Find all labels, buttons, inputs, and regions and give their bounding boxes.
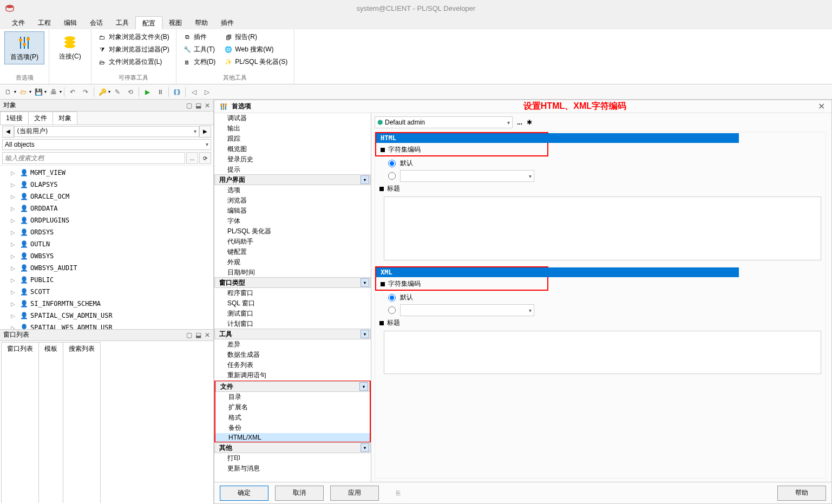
tree-item[interactable]: ▷👤OUTLN xyxy=(1,238,212,250)
chevron-down-icon[interactable]: ▾ xyxy=(14,89,16,94)
panel-pin-icon[interactable]: ⬓ xyxy=(195,331,201,339)
pref-tree-item[interactable]: HTML/XML xyxy=(215,433,370,442)
tb-new[interactable]: 🗋 xyxy=(2,86,14,98)
ribbon-browser-filters[interactable]: ⧩对象浏览器过滤器(P) xyxy=(96,44,172,55)
tree-item[interactable]: ▷👤OWBSYS_AUDIT xyxy=(1,262,212,274)
pref-tree-item[interactable]: 外观 xyxy=(214,257,371,267)
pref-tree-item[interactable]: 更新与消息 xyxy=(214,463,371,474)
pref-tree-item[interactable]: 编辑器 xyxy=(214,206,371,216)
star-button[interactable]: ✱ xyxy=(527,119,532,126)
close-icon[interactable]: ✕ xyxy=(816,101,827,112)
tb-undo[interactable]: ↶ xyxy=(67,86,78,98)
pref-tree-group[interactable]: 其他▾ xyxy=(214,442,371,453)
expand-icon[interactable]: ▷ xyxy=(11,277,17,283)
menu-help[interactable]: 帮助 xyxy=(188,16,214,29)
tree-item[interactable]: ▷👤ORACLE_OCM xyxy=(1,191,212,202)
ribbon-plugins[interactable]: ⧉插件 xyxy=(181,31,218,43)
tb-commit[interactable]: ✎ xyxy=(112,86,123,98)
pref-tree-item[interactable]: 浏览器 xyxy=(214,195,371,206)
xml-title-textarea[interactable] xyxy=(384,331,821,374)
ribbon-tools[interactable]: 🔧工具(T) xyxy=(181,44,218,55)
object-tree[interactable]: ▷👤MGMT_VIEW▷👤OLAPSYS▷👤ORACLE_OCM▷👤ORDDAT… xyxy=(0,166,213,329)
tree-item[interactable]: ▷👤ORDDATA xyxy=(1,202,212,214)
pref-tree-item[interactable]: 程序窗口 xyxy=(214,288,371,298)
menu-session[interactable]: 会话 xyxy=(83,16,109,29)
tree-item[interactable]: ▷👤OLAPSYS xyxy=(1,179,212,191)
pref-tree-item[interactable]: 代码助手 xyxy=(214,237,371,247)
pref-tree-item[interactable]: 扩展名 xyxy=(215,402,370,413)
expand-icon[interactable]: ▷ xyxy=(11,325,17,329)
chevron-down-icon[interactable]: ▾ xyxy=(108,89,110,94)
tb-open[interactable]: 🗁 xyxy=(17,86,29,98)
pref-help-icon[interactable]: ⎘ xyxy=(396,489,400,497)
chevron-down-icon[interactable]: ▾ xyxy=(29,89,31,94)
pref-tree-item[interactable]: 备份 xyxy=(215,423,370,433)
tab-files[interactable]: 文件 xyxy=(28,112,53,125)
menu-edit[interactable]: 编辑 xyxy=(57,16,83,29)
tb-find-next[interactable]: ▷ xyxy=(201,86,213,98)
tree-item[interactable]: ▷👤ORDSYS xyxy=(1,226,212,238)
pref-tree-item[interactable]: 调试器 xyxy=(214,113,371,123)
expand-icon[interactable]: ▷ xyxy=(11,170,17,176)
pref-tree-item[interactable]: 输出 xyxy=(214,123,371,134)
menu-configure[interactable]: 配置 xyxy=(135,16,162,29)
tb-pref[interactable]: ⟪⟫ xyxy=(171,86,183,98)
expand-icon[interactable]: ▷ xyxy=(11,194,17,200)
ribbon-browser-folders[interactable]: 🗀对象浏览器文件夹(B) xyxy=(96,31,172,43)
ribbon-beautifier[interactable]: ✨PL/SQL 美化器(S) xyxy=(222,56,290,68)
pref-tree-item[interactable]: 格式 xyxy=(215,413,370,423)
html-charset-combo[interactable]: ▾ xyxy=(400,170,534,182)
pref-tree-item[interactable]: 数据生成器 xyxy=(214,350,371,360)
chevron-down-icon[interactable]: ▾ xyxy=(60,89,62,94)
expand-icon[interactable]: ▷ xyxy=(11,182,17,188)
tree-item[interactable]: ▷👤ORDPLUGINS xyxy=(1,214,212,226)
tb-key[interactable]: 🔑 xyxy=(96,86,108,98)
xml-charset-combo[interactable]: ▾ xyxy=(400,304,534,316)
tree-item[interactable]: ▷👤SPATIAL_CSW_ADMIN_USR xyxy=(1,310,212,322)
pref-tree-item[interactable]: 测试窗口 xyxy=(214,309,371,319)
html-charset-default-radio[interactable] xyxy=(388,160,396,167)
pref-tree-item[interactable]: 概览图 xyxy=(214,144,371,154)
tb-rollback[interactable]: ⟲ xyxy=(125,86,136,98)
tb-execute[interactable]: ▶ xyxy=(141,86,153,98)
tab-connections[interactable]: 1链接 xyxy=(0,112,29,125)
pref-tree-item[interactable]: 日期/时间 xyxy=(214,267,371,278)
tree-item[interactable]: ▷👤MGMT_VIEW xyxy=(1,167,212,179)
panel-dock-icon[interactable]: ▢ xyxy=(186,331,192,339)
ellipsis-button[interactable]: ... xyxy=(517,119,522,126)
pref-tree-item[interactable]: 选项 xyxy=(214,185,371,195)
tree-item[interactable]: ▷👤SCOTT xyxy=(1,286,212,298)
ribbon-file-browser-loc[interactable]: 🗁文件浏览器位置(L) xyxy=(96,56,172,68)
pref-tree-group[interactable]: 用户界面▾ xyxy=(214,174,371,185)
cancel-button[interactable]: 取消 xyxy=(275,486,324,501)
expand-icon[interactable]: ▷ xyxy=(11,206,17,212)
forward-button[interactable]: ▶ xyxy=(199,126,211,138)
menu-plugins[interactable]: 插件 xyxy=(214,16,240,29)
pref-tree-item[interactable]: 重新调用语句 xyxy=(214,370,371,381)
tb-break[interactable]: ⏸ xyxy=(154,86,166,98)
tree-item[interactable]: ▷👤SI_INFORMTN_SCHEMA xyxy=(1,298,212,310)
pref-tree-item[interactable]: 打印 xyxy=(214,453,371,463)
tb-redo[interactable]: ↷ xyxy=(80,86,91,98)
pref-tree-item[interactable]: 键配置 xyxy=(214,247,371,257)
pref-tree-group[interactable]: 窗口类型▾ xyxy=(214,277,371,288)
menu-tools[interactable]: 工具 xyxy=(109,16,135,29)
ribbon-documents[interactable]: 🗎文档(D) xyxy=(181,56,218,68)
ribbon-websearch[interactable]: 🌐Web 搜索(W) xyxy=(222,44,290,55)
pref-tree-group[interactable]: 文件▾ xyxy=(215,381,370,392)
tree-item[interactable]: ▷👤PUBLIC xyxy=(1,274,212,286)
pref-tree-item[interactable]: 提示 xyxy=(214,165,371,175)
pref-tree-item[interactable]: 任务列表 xyxy=(214,360,371,370)
profile-combo[interactable]: ⬢ Default admin ▾ xyxy=(375,116,513,128)
ok-button[interactable]: 确定 xyxy=(220,486,268,501)
xml-charset-default-radio[interactable] xyxy=(388,294,396,302)
pref-tree-item[interactable]: 登录历史 xyxy=(214,154,371,165)
panel-pin-icon[interactable]: ⬓ xyxy=(195,102,201,109)
expand-icon[interactable]: ▷ xyxy=(11,289,17,295)
html-charset-custom-radio[interactable] xyxy=(388,172,396,180)
tb-find-prev[interactable]: ◁ xyxy=(188,86,200,98)
back-button[interactable]: ◀ xyxy=(2,126,14,138)
expand-icon[interactable]: ▷ xyxy=(11,230,17,235)
user-combo[interactable]: ⟨当前用户⟩▾ xyxy=(14,126,199,137)
ribbon-reports[interactable]: 🗐报告(R) xyxy=(222,31,290,43)
